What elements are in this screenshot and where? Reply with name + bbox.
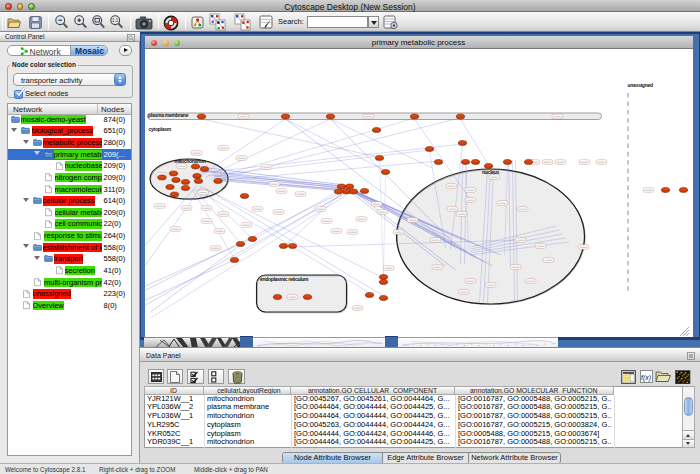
svg-text:endoplasmic reticulum: endoplasmic reticulum xyxy=(260,276,309,282)
svg-text:1:1: 1:1 xyxy=(112,18,119,23)
svg-text:unassigned: unassigned xyxy=(627,82,652,88)
svg-text:cytoplasm: cytoplasm xyxy=(148,126,171,132)
svg-text:mitochondrion: mitochondrion xyxy=(174,158,205,164)
svg-text:plasma membrane: plasma membrane xyxy=(148,112,189,118)
svg-text:nucleus: nucleus xyxy=(482,169,500,175)
